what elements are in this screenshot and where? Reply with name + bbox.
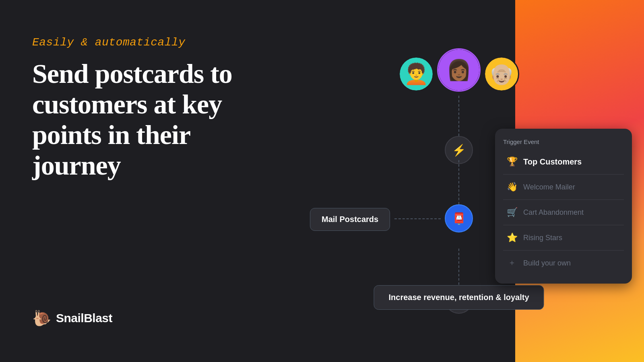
wave-icon: 👋: [506, 182, 518, 192]
diagram-section: 🧑‍🦱 👩🏾 👴🏼 ⚡ Mail Postcar: [274, 0, 644, 362]
cart-icon: 🛒: [506, 207, 518, 218]
connector-line-1: [458, 96, 459, 136]
avatar-1: 🧑‍🦱: [398, 56, 434, 92]
trigger-item-build-own[interactable]: + Build your own: [503, 254, 624, 272]
trophy-icon: 🏆: [506, 156, 518, 167]
trigger-label-build-own: Build your own: [523, 259, 571, 267]
trigger-label-welcome-mailer: Welcome Mailer: [523, 183, 575, 191]
connector-h-mail-left: [394, 218, 441, 219]
logo: 🐌 SnailBlast: [32, 311, 242, 326]
plus-icon: +: [506, 258, 518, 268]
connector-line-3: [458, 249, 459, 285]
tagline: Easily & automatically: [32, 36, 242, 49]
avatar-row: 🧑‍🦱 👩🏾 👴🏼: [398, 48, 519, 92]
flow-diagram: 🧑‍🦱 👩🏾 👴🏼 ⚡ Mail Postcar: [302, 48, 616, 322]
connector-line-2: [458, 160, 459, 204]
snail-icon: 🐌: [32, 311, 51, 326]
left-section: Easily & automatically Send postcards to…: [0, 0, 274, 362]
trigger-event-card: Trigger Event 🏆 Top Customers 👋 Welcome …: [495, 129, 632, 284]
trigger-item-cart-abandonment[interactable]: 🛒 Cart Abandonment: [503, 203, 624, 222]
result-pill: Increase revenue, retention & loyalty: [374, 285, 544, 310]
trigger-label-cart-abandonment: Cart Abandonment: [523, 208, 584, 217]
logo-text: SnailBlast: [56, 311, 112, 325]
trigger-item-rising-stars[interactable]: ⭐ Rising Stars: [503, 228, 624, 247]
trigger-card-title: Trigger Event: [503, 138, 624, 145]
avatar-2: 👩🏾: [437, 48, 481, 92]
avatar-3: 👴🏼: [484, 56, 519, 92]
trigger-label-rising-stars: Rising Stars: [523, 234, 562, 242]
trigger-label-top-customers: Top Customers: [523, 157, 582, 167]
mail-postcards-pill: Mail Postcards: [310, 208, 390, 231]
trigger-item-top-customers[interactable]: 🏆 Top Customers: [503, 152, 624, 171]
mail-postcards-node: 📮: [445, 204, 473, 232]
trigger-item-welcome-mailer[interactable]: 👋 Welcome Mailer: [503, 178, 624, 196]
hero-title: Send postcards to customers at key point…: [32, 58, 242, 181]
star-icon: ⭐: [506, 232, 518, 243]
